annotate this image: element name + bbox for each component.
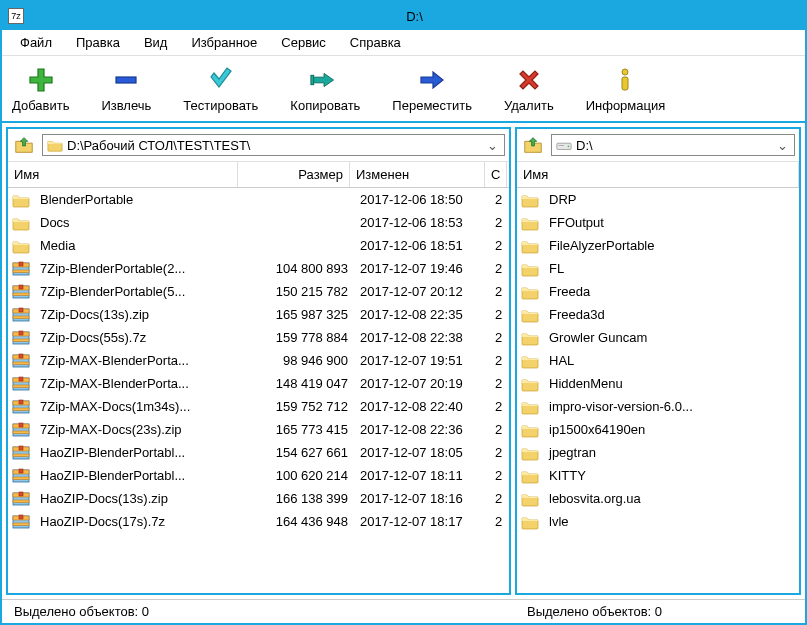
- list-item[interactable]: HaoZIP-BlenderPortabl...154 627 6612017-…: [8, 441, 509, 464]
- header-created[interactable]: С: [485, 162, 507, 187]
- copy-arrow-icon: [309, 64, 341, 96]
- extract-button[interactable]: Извлечь: [99, 62, 153, 115]
- file-modified: 2017-12-07 18:16: [354, 491, 489, 506]
- list-item[interactable]: lebosvita.org.ua: [517, 487, 799, 510]
- statusbar: Выделено объектов: 0 Выделено объектов: …: [2, 599, 805, 623]
- folder-icon: [47, 138, 63, 152]
- list-item[interactable]: HiddenMenu: [517, 372, 799, 395]
- up-button-right[interactable]: [521, 133, 545, 157]
- list-item[interactable]: FileAlyzerPortable: [517, 234, 799, 257]
- file-created: 2: [489, 353, 509, 368]
- check-icon: [205, 64, 237, 96]
- filename: 7Zip-MAX-Docs(23s).zip: [34, 422, 242, 437]
- folder-icon: [521, 330, 539, 346]
- list-item[interactable]: HaoZIP-Docs(17s).7z164 436 9482017-12-07…: [8, 510, 509, 533]
- list-item[interactable]: impro-visor-version-6.0...: [517, 395, 799, 418]
- column-headers-left: Имя Размер Изменен С: [8, 162, 509, 188]
- menu-tools[interactable]: Сервис: [271, 33, 336, 52]
- list-item[interactable]: 7Zip-Docs(55s).7z159 778 8842017-12-08 2…: [8, 326, 509, 349]
- svg-rect-10: [622, 77, 628, 90]
- move-button[interactable]: Переместить: [390, 62, 474, 115]
- file-list-right[interactable]: DRPFFOutputFileAlyzerPortableFLFreedaFre…: [517, 188, 799, 593]
- path-combo-left[interactable]: D:\Рабочий СТОЛ\TEST\TEST\ ⌄: [42, 134, 505, 156]
- menubar: Файл Правка Вид Избранное Сервис Справка: [2, 30, 805, 56]
- titlebar: 7z D:\: [2, 2, 805, 30]
- filename: FFOutput: [543, 215, 799, 230]
- list-item[interactable]: 7Zip-Docs(13s).zip165 987 3252017-12-08 …: [8, 303, 509, 326]
- list-item[interactable]: Freeda: [517, 280, 799, 303]
- list-item[interactable]: 7Zip-MAX-BlenderPorta...148 419 0472017-…: [8, 372, 509, 395]
- archive-icon: [12, 376, 30, 392]
- list-item[interactable]: Docs2017-12-06 18:532: [8, 211, 509, 234]
- file-modified: 2017-12-07 18:17: [354, 514, 489, 529]
- file-modified: 2017-12-08 22:38: [354, 330, 489, 345]
- file-created: 2: [489, 284, 509, 299]
- up-button-left[interactable]: [12, 133, 36, 157]
- filename: HaoZIP-BlenderPortabl...: [34, 468, 242, 483]
- folder-icon: [12, 238, 30, 254]
- menu-file[interactable]: Файл: [10, 33, 62, 52]
- archive-icon: [12, 284, 30, 300]
- test-button[interactable]: Тестировать: [181, 62, 260, 115]
- list-item[interactable]: HaoZIP-BlenderPortabl...100 620 2142017-…: [8, 464, 509, 487]
- file-modified: 2017-12-07 18:11: [354, 468, 489, 483]
- file-created: 2: [489, 261, 509, 276]
- path-combo-right[interactable]: D:\ ⌄: [551, 134, 795, 156]
- file-created: 2: [489, 238, 509, 253]
- filename: jpegtran: [543, 445, 799, 460]
- header-name[interactable]: Имя: [517, 162, 799, 187]
- list-item[interactable]: Freeda3d: [517, 303, 799, 326]
- header-size[interactable]: Размер: [238, 162, 350, 187]
- menu-favorites[interactable]: Избранное: [181, 33, 267, 52]
- list-item[interactable]: 7Zip-BlenderPortable(5...150 215 7822017…: [8, 280, 509, 303]
- chevron-down-icon[interactable]: ⌄: [774, 138, 790, 153]
- list-item[interactable]: jpegtran: [517, 441, 799, 464]
- header-modified[interactable]: Изменен: [350, 162, 485, 187]
- list-item[interactable]: 7Zip-BlenderPortable(2...104 800 8932017…: [8, 257, 509, 280]
- list-item[interactable]: HaoZIP-Docs(13s).zip166 138 3992017-12-0…: [8, 487, 509, 510]
- list-item[interactable]: BlenderPortable2017-12-06 18:502: [8, 188, 509, 211]
- list-item[interactable]: DRP: [517, 188, 799, 211]
- file-list-left[interactable]: BlenderPortable2017-12-06 18:502Docs2017…: [8, 188, 509, 593]
- folder-icon: [521, 215, 539, 231]
- filename: 7Zip-Docs(13s).zip: [34, 307, 242, 322]
- menu-edit[interactable]: Правка: [66, 33, 130, 52]
- menu-help[interactable]: Справка: [340, 33, 411, 52]
- file-created: 2: [489, 422, 509, 437]
- header-name[interactable]: Имя: [8, 162, 238, 187]
- folder-icon: [521, 261, 539, 277]
- file-modified: 2017-12-08 22:36: [354, 422, 489, 437]
- file-created: 2: [489, 445, 509, 460]
- archive-icon: [12, 307, 30, 323]
- file-modified: 2017-12-06 18:50: [354, 192, 489, 207]
- archive-icon: [12, 399, 30, 415]
- folder-icon: [521, 376, 539, 392]
- filename: HaoZIP-Docs(17s).7z: [34, 514, 242, 529]
- add-button[interactable]: Добавить: [10, 62, 71, 115]
- file-created: 2: [489, 307, 509, 322]
- list-item[interactable]: KITTY: [517, 464, 799, 487]
- delete-button[interactable]: Удалить: [502, 62, 556, 115]
- menu-view[interactable]: Вид: [134, 33, 178, 52]
- list-item[interactable]: FFOutput: [517, 211, 799, 234]
- column-headers-right: Имя: [517, 162, 799, 188]
- list-item[interactable]: Media2017-12-06 18:512: [8, 234, 509, 257]
- chevron-down-icon[interactable]: ⌄: [484, 138, 500, 153]
- list-item[interactable]: Growler Guncam: [517, 326, 799, 349]
- svg-rect-8: [311, 75, 314, 84]
- info-button[interactable]: Информация: [584, 62, 668, 115]
- list-item[interactable]: FL: [517, 257, 799, 280]
- list-item[interactable]: lvle: [517, 510, 799, 533]
- folder-icon: [521, 399, 539, 415]
- list-item[interactable]: ip1500x64190en: [517, 418, 799, 441]
- list-item[interactable]: 7Zip-MAX-Docs(23s).zip165 773 4152017-12…: [8, 418, 509, 441]
- filename: HAL: [543, 353, 799, 368]
- list-item[interactable]: 7Zip-MAX-Docs(1m34s)...159 752 7122017-1…: [8, 395, 509, 418]
- copy-button[interactable]: Копировать: [288, 62, 362, 115]
- list-item[interactable]: HAL: [517, 349, 799, 372]
- archive-icon: [12, 491, 30, 507]
- list-item[interactable]: 7Zip-MAX-BlenderPorta...98 946 9002017-1…: [8, 349, 509, 372]
- file-modified: 2017-12-07 18:05: [354, 445, 489, 460]
- filename: 7Zip-BlenderPortable(5...: [34, 284, 242, 299]
- info-icon: [609, 64, 641, 96]
